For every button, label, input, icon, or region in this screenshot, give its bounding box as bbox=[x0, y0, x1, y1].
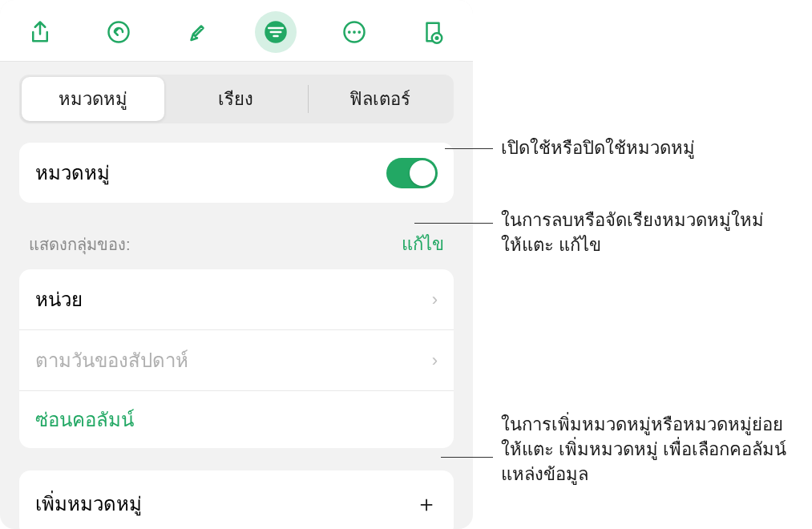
svg-point-5 bbox=[358, 30, 361, 34]
annotation-add: ในการเพิ่มหมวดหมู่หรือหมวดหมู่ย่อย ให้แต… bbox=[501, 413, 806, 487]
edit-link[interactable]: แก้ไข bbox=[402, 230, 444, 258]
group-row-unit[interactable]: หน่วย › bbox=[19, 269, 454, 330]
group-header-label: แสดงกลุ่มของ: bbox=[29, 232, 131, 257]
callout-line bbox=[441, 457, 493, 458]
share-icon bbox=[28, 20, 52, 44]
brush-button[interactable] bbox=[176, 11, 218, 53]
note-preview-button[interactable] bbox=[412, 11, 454, 53]
toggle-card: หมวดหมู่ bbox=[19, 143, 454, 203]
annotation-edit: ในการลบหรือจัดเรียงหมวดหมู่ใหม่ ให้แตะ แ… bbox=[501, 208, 790, 258]
add-category-button[interactable]: เพิ่มหมวดหมู่ ＋ bbox=[19, 470, 454, 529]
hide-column-link[interactable]: ซ่อนคอลัมน์ bbox=[19, 391, 454, 448]
tab-sort[interactable]: เรียง bbox=[164, 77, 307, 121]
add-category-card: เพิ่มหมวดหมู่ ＋ bbox=[19, 470, 454, 529]
more-button[interactable] bbox=[333, 11, 375, 53]
tab-categories[interactable]: หมวดหมู่ bbox=[22, 77, 164, 121]
svg-point-0 bbox=[109, 22, 129, 42]
category-toggle[interactable] bbox=[386, 158, 438, 188]
group-row-label: ตามวันของสัปดาห์ bbox=[35, 345, 188, 376]
callout-line bbox=[414, 223, 493, 224]
share-button[interactable] bbox=[19, 11, 61, 53]
svg-point-3 bbox=[348, 30, 351, 34]
category-toggle-row: หมวดหมู่ bbox=[19, 143, 454, 203]
undo-icon bbox=[107, 20, 131, 44]
undo-button[interactable] bbox=[98, 11, 139, 53]
toggle-label: หมวดหมู่ bbox=[35, 157, 110, 188]
svg-point-4 bbox=[353, 30, 356, 34]
toggle-thumb bbox=[410, 160, 435, 186]
group-section-header: แสดงกลุ่มของ: แก้ไข bbox=[0, 209, 473, 263]
annotations-area: เปิดใช้หรือปิดใช้หมวดหมู่ ในการลบหรือจัด… bbox=[473, 0, 812, 529]
organize-button[interactable] bbox=[255, 11, 297, 53]
callout-line bbox=[445, 148, 493, 149]
brush-icon bbox=[185, 20, 209, 44]
groups-card: หน่วย › ตามวันของสัปดาห์ › ซ่อนคอลัมน์ bbox=[19, 269, 454, 448]
toolbar bbox=[0, 0, 473, 62]
settings-panel: หมวดหมู่ เรียง ฟิลเตอร์ หมวดหมู่ แสดงกลุ… bbox=[0, 0, 473, 529]
svg-point-7 bbox=[435, 36, 439, 40]
group-row-label: หน่วย bbox=[35, 284, 83, 315]
add-category-label: เพิ่มหมวดหมู่ bbox=[35, 488, 142, 519]
annotation-toggle: เปิดใช้หรือปิดใช้หมวดหมู่ bbox=[501, 136, 695, 161]
chevron-right-icon: › bbox=[432, 350, 438, 371]
chevron-right-icon: › bbox=[432, 289, 438, 310]
group-row-weekday[interactable]: ตามวันของสัปดาห์ › bbox=[19, 330, 454, 391]
tab-filter[interactable]: ฟิลเตอร์ bbox=[309, 77, 451, 121]
plus-icon: ＋ bbox=[415, 489, 438, 519]
note-preview-icon bbox=[421, 20, 445, 44]
filter-icon bbox=[264, 20, 288, 44]
more-icon bbox=[342, 20, 366, 44]
segmented-control: หมวดหมู่ เรียง ฟิลเตอร์ bbox=[19, 75, 454, 123]
